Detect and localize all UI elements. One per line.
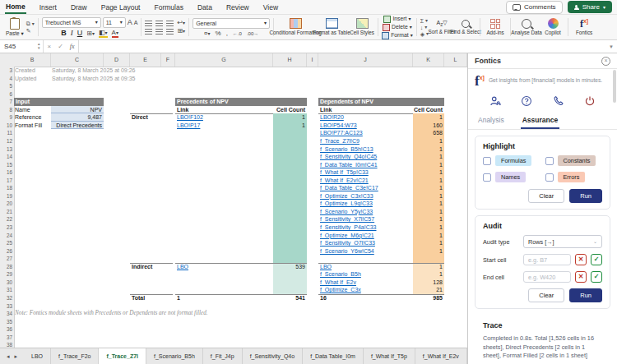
- next-sheet-arrow[interactable]: ▸: [15, 353, 18, 360]
- sort-filter-button[interactable]: AZ▽ Sort & Filter: [431, 20, 452, 35]
- highlight-run-button[interactable]: Run: [569, 189, 602, 203]
- spreadsheet-grid[interactable]: BCDEFGHIJKL 3456789101112131415161718192…: [0, 53, 467, 364]
- sheet-tab-f_trace_z7l[interactable]: f_Trace_Z7l: [99, 348, 146, 364]
- fill-color-button[interactable]: ◧▾: [99, 30, 108, 38]
- column-header-J[interactable]: J: [318, 53, 413, 67]
- start-cell-input[interactable]: e.g. B7: [523, 254, 571, 265]
- italic-button[interactable]: I: [71, 30, 73, 37]
- font-name-select[interactable]: Trebuchet MS▾: [42, 17, 101, 28]
- sheet-tab-f_trace_f2o[interactable]: f_Trace_F2o: [51, 348, 99, 364]
- audit-clear-button[interactable]: Clear: [528, 288, 564, 302]
- audit-run-button[interactable]: Run: [569, 288, 602, 302]
- name-box-stepper[interactable]: ▲▼: [37, 43, 40, 50]
- menu-tab-insert[interactable]: Insert: [39, 1, 58, 13]
- analyse-data-button[interactable]: Analyse Data: [514, 19, 539, 35]
- power-icon[interactable]: [584, 95, 596, 107]
- phone-icon[interactable]: [553, 95, 564, 107]
- row-header-7[interactable]: 7: [0, 98, 12, 106]
- row-header-3[interactable]: 3: [0, 67, 12, 75]
- highlight-clear-button[interactable]: Clear: [528, 189, 564, 203]
- underline-button[interactable]: U: [77, 30, 83, 37]
- fontics-ribbon-button[interactable]: fx] Fontics: [572, 18, 596, 35]
- sheet-tab-lbo[interactable]: LBO: [24, 348, 51, 364]
- column-header-K[interactable]: K: [413, 53, 444, 67]
- pane-tab-analysis[interactable]: Analysis: [476, 113, 506, 129]
- increase-decimal-button[interactable]: ←.0: [233, 31, 242, 36]
- wrap-text-button[interactable]: ↩▾: [177, 20, 185, 26]
- decrease-decimal-button[interactable]: .00→: [247, 31, 258, 36]
- end-cell-input[interactable]: e.g. W420: [523, 271, 571, 283]
- borders-button[interactable]: ⊞▾: [86, 30, 95, 37]
- confirm-entry-icon[interactable]: ✓: [54, 43, 67, 50]
- row-header-5[interactable]: 5: [0, 82, 12, 90]
- align-right-button[interactable]: [166, 29, 174, 35]
- sheet-tab-f_what-if_t5p[interactable]: f_What If_T5p: [364, 348, 415, 364]
- row-header-36[interactable]: 36: [0, 325, 12, 334]
- menu-tab-data[interactable]: Data: [197, 1, 213, 13]
- start-cell-clear-icon[interactable]: ✕: [575, 254, 587, 265]
- align-middle-button[interactable]: [155, 21, 163, 26]
- row-header-6[interactable]: 6: [0, 90, 12, 99]
- format-cells-button[interactable]: Format▾: [382, 32, 413, 39]
- align-left-button[interactable]: [145, 29, 152, 35]
- insert-cells-button[interactable]: Insert▾: [383, 16, 411, 23]
- align-top-button[interactable]: [145, 21, 152, 26]
- paste-button[interactable]: Paste ▾: [6, 18, 24, 37]
- percent-button[interactable]: %: [216, 30, 221, 37]
- format-painter-button[interactable]: ✎: [26, 28, 35, 34]
- shrink-font-button[interactable]: A: [134, 20, 138, 25]
- close-pane-icon[interactable]: ×: [601, 57, 610, 66]
- column-header-G[interactable]: G: [175, 53, 273, 67]
- format-as-table-button[interactable]: Format as Table: [316, 18, 347, 35]
- column-header-B[interactable]: B: [14, 53, 51, 67]
- font-size-select[interactable]: 11▾: [103, 17, 126, 28]
- name-box[interactable]: S45: [0, 43, 37, 50]
- end-cell-clear-icon[interactable]: ✕: [575, 271, 587, 283]
- row-header-37[interactable]: 37: [0, 334, 12, 342]
- pane-tab-assurance[interactable]: Assurance: [521, 113, 559, 129]
- column-header-L[interactable]: L: [444, 53, 467, 67]
- autosum-button[interactable]: Σ▾: [420, 18, 429, 24]
- errors-checkbox[interactable]: [545, 173, 554, 182]
- account-icon[interactable]: [489, 95, 501, 107]
- column-header-D[interactable]: D: [104, 53, 130, 67]
- sheet-tab-f_sensitivity_q4o[interactable]: f_Sensitivity_Q4o: [243, 348, 303, 364]
- sheet-tab-f_scenario_b5h[interactable]: f_Scenario_B5h: [146, 348, 203, 364]
- font-color-button[interactable]: A▾: [112, 30, 118, 38]
- row-header-27[interactable]: 27: [0, 255, 12, 263]
- column-header-I[interactable]: I: [307, 53, 318, 67]
- menu-tab-view[interactable]: View: [262, 1, 279, 13]
- column-header-C[interactable]: C: [51, 53, 104, 67]
- align-bottom-button[interactable]: [166, 21, 174, 26]
- menu-tab-draw[interactable]: Draw: [70, 1, 88, 13]
- sheet-tab-f_what-if_e2v[interactable]: f_What If_E2v: [415, 348, 467, 364]
- formulas-checkbox[interactable]: [483, 157, 491, 165]
- menu-tab-review[interactable]: Review: [225, 1, 250, 13]
- help-icon[interactable]: [521, 95, 532, 107]
- menu-tab-formulas[interactable]: Formulas: [153, 1, 183, 13]
- pane-scrollbar[interactable]: [613, 70, 616, 103]
- formula-input[interactable]: [79, 40, 609, 53]
- add-ins-button[interactable]: Add-ins: [484, 19, 507, 35]
- row-header-33[interactable]: 33: [0, 302, 12, 311]
- row-header-4[interactable]: 4: [0, 75, 12, 83]
- copilot-button[interactable]: Copilot: [541, 18, 564, 35]
- menu-tab-page-layout[interactable]: Page Layout: [100, 1, 141, 13]
- sheet-tab-f_fit_j4p[interactable]: f_Fit_J4p: [203, 348, 243, 364]
- sheet-tab-f_data-table_i0m[interactable]: f_Data Table_I0m: [303, 348, 364, 364]
- number-format-select[interactable]: General▾: [193, 18, 270, 29]
- delete-cells-button[interactable]: Delete▾: [383, 24, 412, 31]
- row-header-34[interactable]: 34: [0, 310, 12, 318]
- end-cell-confirm-icon[interactable]: ✓: [591, 271, 602, 283]
- find-select-button[interactable]: Find & Select: [455, 20, 476, 35]
- row-header-35[interactable]: 35: [0, 318, 12, 326]
- grow-font-button[interactable]: A: [128, 19, 132, 26]
- names-checkbox[interactable]: [483, 173, 491, 182]
- currency-button[interactable]: ¤▾: [204, 30, 210, 37]
- align-center-button[interactable]: [155, 29, 163, 35]
- constants-checkbox[interactable]: [545, 157, 554, 165]
- conditional-formatting-button[interactable]: Conditional Formatting: [277, 18, 313, 35]
- start-cell-confirm-icon[interactable]: ✓: [591, 254, 602, 265]
- share-button[interactable]: Share ▾: [568, 1, 612, 13]
- menu-tab-home[interactable]: Home: [5, 0, 26, 14]
